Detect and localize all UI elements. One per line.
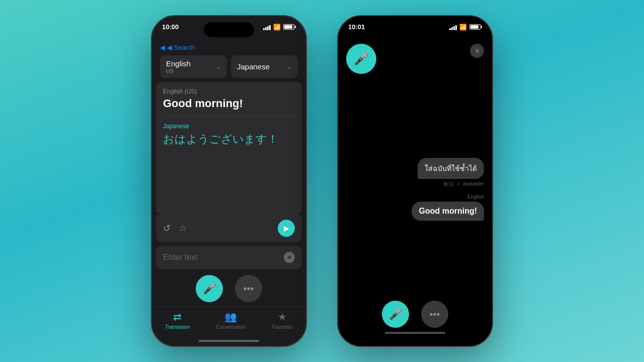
translation-divider <box>163 116 295 117</box>
more-options-button-1[interactable]: ••• <box>235 275 262 302</box>
back-icon: ◀ <box>160 44 165 51</box>
phone2-bottom: 🎤 ••• <box>338 297 492 346</box>
wifi-icon-1: 📶 <box>273 24 281 31</box>
conversation-area: ใส่ฉบับที่ใช้ซ้ำได้ 昨日 / asaueder Englis… <box>338 82 492 297</box>
translation-tab-label: Translation <box>165 324 190 330</box>
language-selectors: English US ⌄ Japanese ⌄ <box>160 55 298 78</box>
source-lang-name: English <box>166 59 213 68</box>
conversation-mic-button[interactable]: 🎤 <box>346 44 376 74</box>
battery-icon-2 <box>469 24 482 30</box>
translation-actions: ↺ ☆ ▶ <box>156 215 302 242</box>
source-lang-text: English US <box>166 59 213 74</box>
tab-favorites[interactable]: ★ Favorites <box>272 311 293 330</box>
status-time-1: 10:00 <box>162 23 179 31</box>
signal-icon-2 <box>449 24 457 30</box>
phone2-action-buttons: 🎤 ••• <box>382 301 448 328</box>
target-translation-text: おはようございます！ <box>163 132 295 147</box>
dynamic-island-1 <box>204 22 254 37</box>
close-input-button[interactable]: ✕ <box>284 252 295 263</box>
tab-conversation[interactable]: 👥 Conversation <box>216 311 246 330</box>
english-bubble: Good morning! <box>412 202 484 221</box>
conversation-tab-label: Conversation <box>216 324 246 330</box>
target-lang-text: Japanese <box>237 62 284 71</box>
microphone-button-1[interactable]: 🎤 <box>196 275 223 302</box>
dynamic-island-2 <box>390 22 440 37</box>
source-lang-chevron: ⌄ <box>216 63 221 70</box>
bottom-actions: 🎤 ••• <box>152 269 306 306</box>
favorites-tab-label: Favorites <box>272 324 293 330</box>
target-lang-name: Japanese <box>237 62 284 71</box>
status-time-2: 10:01 <box>348 23 365 31</box>
action-icons-left: ↺ ☆ <box>163 223 187 234</box>
source-translation-text: Good morning! <box>163 97 295 110</box>
conversation-tab-icon: 👥 <box>224 311 237 323</box>
close-conversation-button[interactable]: ✕ <box>470 44 484 58</box>
tab-bar: ⇄ Translation 👥 Conversation ★ Favorites <box>152 306 306 338</box>
phone2-screen: 10:01 📶 🎤 ✕ <box>338 16 492 346</box>
translation-tab-icon: ⇄ <box>173 311 182 323</box>
status-icons-1: 📶 <box>263 24 296 31</box>
translation-area: English (US) Good morning! Japanese おはよう… <box>156 82 302 215</box>
target-lang-selector[interactable]: Japanese ⌄ <box>231 55 298 78</box>
battery-icon-1 <box>283 24 296 30</box>
favorites-tab-icon: ★ <box>278 311 287 323</box>
text-input-area: Enter text ✕ <box>156 246 302 269</box>
source-lang-label: English (US) <box>163 88 295 95</box>
target-lang-chevron: ⌄ <box>287 63 292 70</box>
source-lang-sub: US <box>166 68 213 74</box>
foreign-bubble: ใส่ฉบับที่ใช้ซ้ำได้ <box>418 158 484 179</box>
search-label: ◀ Search <box>167 44 195 51</box>
home-indicator-2 <box>385 332 445 334</box>
target-lang-label: Japanese <box>163 123 295 130</box>
home-indicator-1 <box>199 340 259 342</box>
tab-translation[interactable]: ⇄ Translation <box>165 311 190 330</box>
english-bubble-text: Good morning! <box>419 207 477 216</box>
swap-icon[interactable]: ↺ <box>163 223 171 234</box>
bubble-username: asaueder <box>463 181 484 188</box>
bubble-left-meta: 昨日 / asaueder <box>444 181 484 188</box>
source-lang-selector[interactable]: English US ⌄ <box>160 55 227 78</box>
phone1-screen: 10:00 📶 ◀ ◀ <box>152 16 306 346</box>
play-button[interactable]: ▶ <box>278 220 295 237</box>
bubble-name: / <box>458 181 459 188</box>
microphone-button-2[interactable]: 🎤 <box>382 301 409 328</box>
phone-2: 10:01 📶 🎤 ✕ <box>337 15 493 347</box>
signal-icon-1 <box>263 24 271 30</box>
status-icons-2: 📶 <box>449 24 482 31</box>
back-search-btn[interactable]: ◀ ◀ Search <box>160 44 298 51</box>
favorite-icon[interactable]: ☆ <box>179 223 187 234</box>
phone-1: 10:00 📶 ◀ ◀ <box>151 15 307 347</box>
bubble-date: 昨日 <box>444 181 454 188</box>
wifi-icon-2: 📶 <box>459 24 467 31</box>
text-input-placeholder[interactable]: Enter text <box>163 253 197 262</box>
bubble-right-lang: English <box>467 194 484 200</box>
foreign-bubble-text: ใส่ฉบับที่ใช้ซ้ำได้ <box>425 163 477 174</box>
more-options-button-2[interactable]: ••• <box>421 301 448 328</box>
bubble-right-meta: English <box>467 194 484 200</box>
